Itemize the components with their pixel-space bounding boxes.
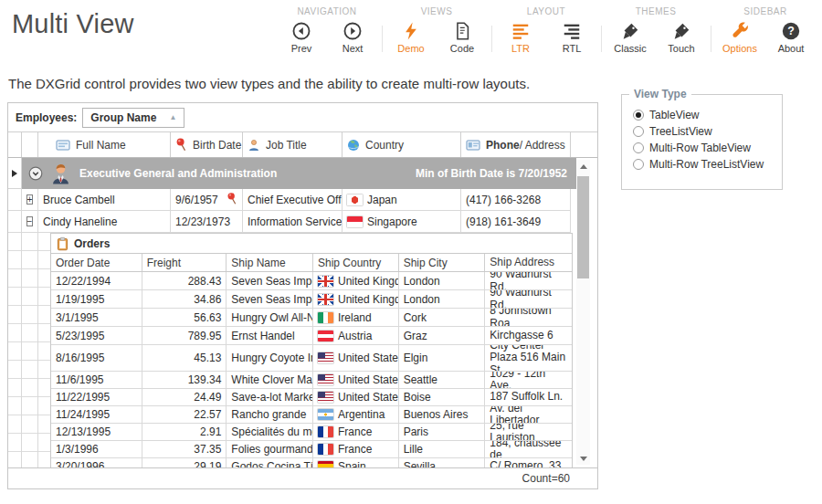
pin-icon (227, 192, 237, 208)
radio-icon[interactable] (633, 126, 644, 137)
france-flag-icon (318, 426, 333, 437)
ship-name-cell: White Clover Mar (227, 372, 313, 389)
order-date-cell: 3/1/1995 (51, 309, 142, 327)
detail-column-header-ship-address[interactable]: Ship Address (485, 254, 572, 271)
toolbar-section-label: SIDEBAR (743, 6, 786, 16)
align-right-icon (562, 21, 582, 41)
view-type-option-multi-row-treelistview[interactable]: Multi-Row TreeListView (633, 157, 782, 172)
freight-cell: 56.63 (142, 309, 227, 327)
ship-city-cell: Seattle (399, 372, 486, 389)
count-summary: Count=60 (522, 472, 570, 485)
ship-name-cell: Save-a-lot Marke (227, 389, 313, 406)
view-type-option-tableview[interactable]: TableView (633, 108, 782, 122)
ship-name-cell: Spécialités du mo (227, 424, 313, 441)
order-date-cell: 3/20/1996 (51, 458, 142, 467)
order-row[interactable]: 3/1/199556.63Hungry Owl All-NIrelandCork… (51, 309, 572, 327)
column-header-birth-date[interactable]: Birth Date (171, 132, 243, 157)
toolbar-button-about[interactable]: ?About (770, 21, 812, 54)
detail-expand-cell[interactable]: − (22, 211, 38, 233)
radio-selected-icon[interactable] (633, 110, 644, 121)
toolbar-button-touch[interactable]: Touch (660, 21, 702, 54)
focused-row-arrow-icon (12, 170, 17, 177)
employee-row[interactable]: − Cindy Haneline 12/23/1973 Information … (8, 211, 597, 233)
order-row[interactable]: 1/19/199534.86Seven Seas ImpcUnited King… (51, 290, 572, 309)
employee-row[interactable]: + Bruce Cambell 9/6/1957 Chief Executive… (8, 189, 597, 211)
ship-address-cell: 1029 - 12th Ave. (485, 372, 572, 389)
order-row[interactable]: 3/20/199629.19Godos Cocina TípSpainSevil… (51, 458, 572, 467)
scroll-up-button[interactable] (576, 160, 590, 173)
toolbar-button-options[interactable]: Options (719, 21, 761, 54)
order-row[interactable]: 11/6/1995139.34White Clover MarUnited St… (51, 372, 572, 389)
scroll-down-button[interactable] (576, 452, 590, 465)
collapse-minus-icon[interactable]: − (26, 216, 34, 226)
toolbar-section-label: THEMES (636, 6, 677, 16)
order-row[interactable]: 11/22/199524.49Save-a-lot MarkeUnited St… (51, 389, 572, 406)
order-date-cell: 1/19/1995 (51, 290, 142, 309)
detail-rows: 12/22/1994288.43Seven Seas ImpcUnited Ki… (51, 272, 572, 467)
ship-city-cell: Boise (399, 389, 486, 406)
singapore-flag-icon (347, 216, 363, 227)
column-header-row: Full Name Birth Date Job Title Country P… (8, 132, 597, 158)
vertical-scrollbar[interactable] (576, 160, 590, 465)
code-file-icon (452, 21, 472, 41)
radio-icon[interactable] (633, 142, 644, 153)
toolbar-button-label: Classic (614, 43, 646, 54)
group-row[interactable]: Executive General and Administration Min… (8, 158, 597, 189)
ship-address-cell: 90 Wadhurst Rd. (485, 290, 572, 309)
ship-country-cell: United State (313, 389, 399, 406)
group-by-button[interactable]: Group Name ▲ (82, 108, 184, 128)
expand-plus-icon[interactable]: + (26, 194, 34, 205)
freight-cell: 288.43 (142, 272, 227, 290)
order-row[interactable]: 12/13/19952.91Spécialités du moFrancePar… (51, 424, 572, 441)
order-row[interactable]: 1/3/199637.35Folies gourmandeFranceLille… (51, 441, 572, 458)
toolbar-button-label: RTL (563, 43, 582, 54)
toolbar-button-prev[interactable]: Prev (280, 21, 322, 54)
order-row[interactable]: 12/22/1994288.43Seven Seas ImpcUnited Ki… (51, 272, 572, 290)
freight-cell: 29.19 (142, 458, 227, 467)
toolbar-button-label: Next (342, 43, 364, 54)
birth-date-cell: 9/6/1957 (171, 189, 243, 211)
detail-left-gutter (8, 233, 50, 467)
column-header-job-title[interactable]: Job Title (243, 132, 342, 157)
toolbar-button-classic[interactable]: Classic (609, 21, 651, 54)
order-date-cell: 12/13/1995 (51, 424, 142, 441)
order-date-cell: 11/24/1995 (51, 406, 142, 424)
detail-column-header-ship-country[interactable]: Ship Country (313, 254, 399, 271)
toolbar-button-ltr[interactable]: LTR (500, 21, 542, 54)
toolbar-button-rtl[interactable]: RTL (551, 21, 593, 54)
freight-cell: 24.49 (142, 389, 227, 406)
toolbar-button-code[interactable]: Code (441, 21, 483, 54)
order-row[interactable]: 11/24/199522.57Rancho grandeArgentinaBue… (51, 406, 572, 424)
detail-column-header-order-date[interactable]: Order Date (51, 254, 142, 271)
ship-country-cell: Spain (313, 458, 399, 467)
column-header-phone-address[interactable]: Phone / Address (461, 132, 571, 157)
radio-icon[interactable] (633, 159, 644, 170)
spain-flag-icon (318, 461, 333, 467)
view-type-groupbox: View Type TableViewTreeListViewMulti-Row… (621, 94, 783, 190)
detail-expand-cell[interactable]: + (22, 189, 38, 211)
view-type-option-multi-row-tableview[interactable]: Multi-Row TableView (633, 141, 782, 155)
toolbar-button-next[interactable]: Next (332, 21, 374, 54)
argentina-flag-icon (318, 409, 333, 420)
toolbar-button-demo[interactable]: Demo (390, 21, 432, 54)
toolbar-section-label: VIEWS (421, 6, 453, 16)
group-collapse-button[interactable] (28, 166, 43, 181)
view-type-option-treelistview[interactable]: TreeListView (633, 124, 782, 139)
group-panel-label: Employees: (16, 111, 77, 124)
ship-address-cell: 90 Wadhurst Rd. (485, 272, 572, 290)
order-date-cell: 11/6/1995 (51, 372, 142, 389)
column-header-country[interactable]: Country (342, 132, 461, 157)
scrollbar-thumb[interactable] (577, 176, 589, 278)
app-window: Multi View NAVIGATIONPrevNextVIEWSDemoCo… (0, 0, 822, 504)
order-row[interactable]: 8/16/199545.13Hungry Coyote IrUnited Sta… (51, 345, 572, 372)
detail-column-header-ship-city[interactable]: Ship City (399, 254, 486, 271)
freight-cell: 139.34 (142, 372, 227, 389)
globe-icon (347, 139, 360, 152)
row-indicator-cell (8, 158, 22, 189)
order-row[interactable]: 5/23/1995789.95Ernst HandelAustriaGrazKi… (51, 327, 572, 345)
detail-column-header-freight[interactable]: Freight (142, 254, 227, 271)
column-header-full-name[interactable]: Full Name (38, 132, 171, 157)
detail-column-header-ship-name[interactable]: Ship Name (227, 254, 313, 271)
row-indicator-cell (8, 211, 22, 233)
austria-flag-icon (318, 331, 333, 341)
